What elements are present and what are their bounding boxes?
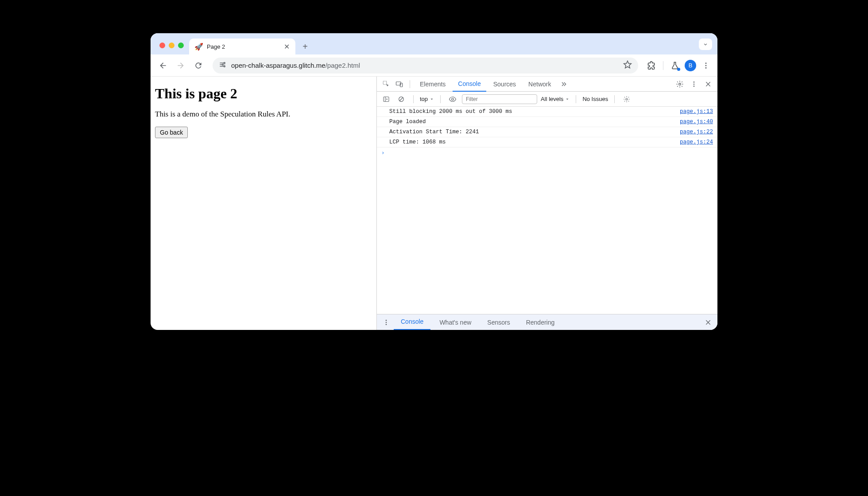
forward-button[interactable] (174, 58, 188, 73)
log-levels-dropdown[interactable]: All levels (541, 96, 570, 102)
minimize-window-button[interactable] (169, 43, 174, 48)
profile-avatar[interactable]: B (685, 60, 696, 71)
console-prompt[interactable]: › (377, 147, 717, 158)
devtools-drawer: Console What's new Sensors Rendering (377, 314, 717, 330)
triangle-down-icon (430, 97, 434, 101)
svg-point-21 (386, 324, 387, 325)
svg-point-11 (694, 83, 695, 85)
devices-icon (395, 80, 403, 88)
chrome-labs-button[interactable] (669, 59, 681, 72)
reload-button[interactable] (191, 58, 205, 73)
content-area: This is page 2 This is a demo of the Spe… (151, 77, 717, 330)
issues-button[interactable]: No Issues (582, 96, 608, 102)
toggle-sidebar-button[interactable] (380, 93, 392, 105)
drawer-close-button[interactable] (702, 317, 714, 328)
close-tab-button[interactable]: ✕ (283, 43, 290, 50)
more-tabs-button[interactable] (558, 78, 570, 90)
chevron-double-right-icon (560, 81, 567, 88)
drawer-tab-whats-new[interactable]: What's new (432, 314, 478, 330)
inspect-icon (382, 80, 390, 88)
tab-console[interactable]: Console (453, 77, 486, 92)
back-button[interactable] (156, 58, 170, 73)
bookmark-button[interactable] (623, 60, 632, 71)
console-row: Page loaded page.js:40 (377, 117, 717, 127)
eye-icon (449, 95, 457, 103)
console-message: Still blocking 2000 ms out of 3000 ms (389, 108, 680, 115)
page-paragraph: This is a demo of the Speculation Rules … (155, 110, 372, 119)
ban-icon (398, 96, 405, 103)
gear-icon (623, 96, 630, 103)
tab-title: Page 2 (207, 43, 279, 50)
svg-point-10 (694, 81, 695, 83)
drawer-menu-button[interactable] (380, 317, 392, 328)
kebab-icon (702, 62, 710, 70)
devtools-settings-button[interactable] (674, 78, 686, 90)
gear-icon (676, 80, 684, 88)
svg-point-9 (679, 83, 681, 85)
separator (440, 95, 441, 103)
log-levels-label: All levels (541, 96, 563, 102)
close-icon (705, 81, 712, 88)
console-source-link[interactable]: page.js:22 (680, 129, 713, 135)
toolbar: open-chalk-asparagus.glitch.me/page2.htm… (151, 54, 717, 77)
window-controls (156, 43, 189, 54)
devtools-menu-button[interactable] (688, 78, 700, 90)
svg-rect-13 (384, 97, 389, 101)
tab-favicon-icon: 🚀 (194, 43, 203, 51)
svg-point-20 (386, 322, 387, 323)
reload-icon (194, 61, 203, 70)
maximize-window-button[interactable] (178, 43, 184, 48)
address-bar[interactable]: open-chalk-asparagus.glitch.me/page2.htm… (213, 58, 638, 74)
devtools-tab-bar: Elements Console Sources Network (377, 77, 717, 92)
arrow-left-icon (159, 61, 167, 70)
close-icon (705, 319, 712, 326)
console-context-dropdown[interactable]: top (420, 96, 434, 102)
new-tab-button[interactable]: + (299, 40, 311, 53)
devtools-close-button[interactable] (702, 78, 714, 90)
inspect-element-button[interactable] (380, 78, 392, 90)
page-heading: This is page 2 (155, 85, 372, 102)
console-message: LCP time: 1068 ms (389, 139, 680, 145)
drawer-tab-rendering[interactable]: Rendering (519, 314, 562, 330)
console-source-link[interactable]: page.js:13 (680, 108, 713, 115)
extensions-button[interactable] (645, 59, 658, 72)
console-source-link[interactable]: page.js:24 (680, 139, 713, 145)
page-content: This is page 2 This is a demo of the Spe… (151, 77, 376, 330)
triangle-down-icon (565, 97, 570, 101)
console-settings-button[interactable] (621, 93, 632, 105)
separator (410, 80, 410, 88)
browser-window: 🚀 Page 2 ✕ + open-chalk-asparagus.glitch… (151, 33, 717, 330)
drawer-tab-console[interactable]: Console (394, 314, 430, 330)
svg-line-16 (399, 97, 403, 101)
device-toolbar-button[interactable] (394, 78, 405, 90)
tab-sources[interactable]: Sources (488, 77, 521, 92)
browser-tab[interactable]: 🚀 Page 2 ✕ (189, 39, 295, 54)
separator (614, 95, 615, 103)
devtools-panel: Elements Console Sources Network (376, 77, 717, 330)
url-text: open-chalk-asparagus.glitch.me/page2.htm… (231, 62, 619, 69)
close-window-button[interactable] (159, 43, 165, 48)
live-expression-button[interactable] (447, 93, 458, 105)
console-output: Still blocking 2000 ms out of 3000 ms pa… (377, 107, 717, 314)
go-back-button[interactable]: Go back (155, 127, 188, 138)
site-settings-icon[interactable] (219, 61, 227, 70)
console-filter-input[interactable] (462, 94, 537, 104)
url-host: open-chalk-asparagus.glitch.me (231, 62, 326, 69)
puzzle-icon (647, 61, 656, 70)
kebab-icon (690, 81, 698, 88)
tab-overflow-button[interactable] (699, 39, 712, 50)
console-row: Activation Start Time: 2241 page.js:22 (377, 127, 717, 137)
tab-network[interactable]: Network (523, 77, 556, 92)
star-icon (623, 60, 632, 69)
clear-console-button[interactable] (395, 93, 407, 105)
avatar-letter: B (689, 62, 693, 69)
chrome-menu-button[interactable] (700, 59, 712, 72)
tab-elements[interactable]: Elements (415, 77, 451, 92)
drawer-tab-sensors[interactable]: Sensors (480, 314, 517, 330)
svg-rect-6 (383, 81, 387, 85)
console-source-link[interactable]: page.js:40 (680, 119, 713, 125)
console-context-label: top (420, 96, 428, 102)
console-message: Page loaded (389, 119, 680, 125)
svg-point-3 (705, 62, 707, 64)
issues-label: No Issues (582, 96, 608, 102)
